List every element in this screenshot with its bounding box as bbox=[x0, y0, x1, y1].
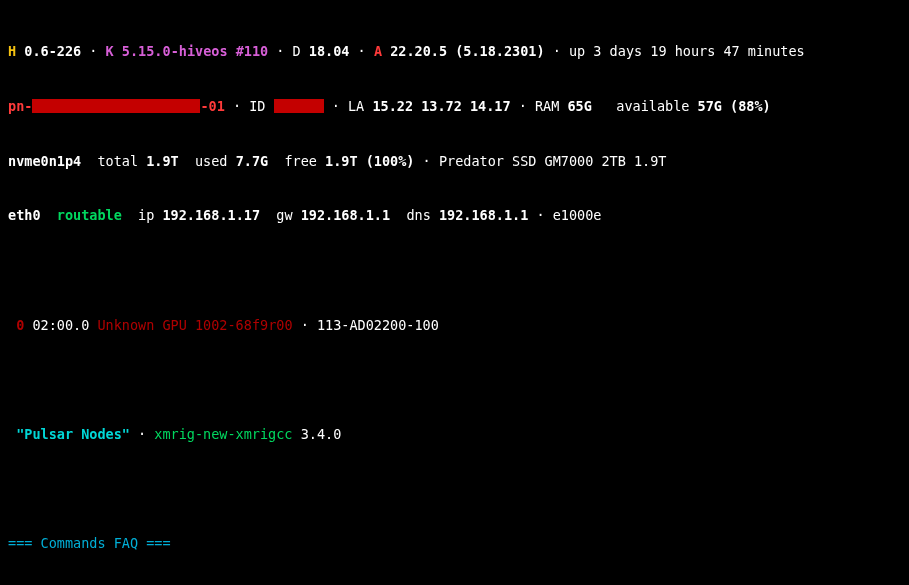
sysinfo-disk: nvme0n1p4 total 1.9T used 7.7G free 1.9T… bbox=[8, 152, 901, 170]
net-ip: 192.168.1.17 bbox=[162, 207, 260, 223]
redacted-id bbox=[274, 99, 324, 113]
net-interface: eth0 bbox=[8, 207, 41, 223]
disk-model: Predator SSD GM7000 2TB 1.9T bbox=[439, 153, 667, 169]
spacer-2 bbox=[8, 370, 901, 388]
gpu-index: 0 bbox=[16, 317, 32, 333]
hive-version: 0.6-226 bbox=[24, 43, 81, 59]
miner-name: xmrig-new-xmrigcc bbox=[154, 426, 292, 442]
ram-total: 65G bbox=[567, 98, 591, 114]
label-RAM: RAM bbox=[535, 98, 559, 114]
farm-line: "Pulsar Nodes" · xmrig-new-xmrigcc 3.4.0 bbox=[8, 425, 901, 443]
spacer-3 bbox=[8, 480, 901, 498]
net-driver: e1000e bbox=[553, 207, 602, 223]
net-gw: 192.168.1.1 bbox=[301, 207, 390, 223]
label-ID: ID bbox=[249, 98, 265, 114]
net-dns: 192.168.1.1 bbox=[439, 207, 528, 223]
label-H: H bbox=[8, 43, 16, 59]
net-state: routable bbox=[57, 207, 122, 223]
loadavg: 15.22 13.72 14.17 bbox=[372, 98, 510, 114]
sysinfo-line1: H 0.6-226 · K 5.15.0-hiveos #110 · D 18.… bbox=[8, 42, 901, 60]
label-available: available bbox=[616, 98, 689, 114]
ram-available: 57G (88%) bbox=[698, 98, 771, 114]
sysinfo-net: eth0 routable ip 192.168.1.17 gw 192.168… bbox=[8, 206, 901, 224]
kernel-version: 5.15.0-hiveos #110 bbox=[122, 43, 268, 59]
amd-version: 22.20.5 (5.18.2301) bbox=[390, 43, 544, 59]
hostname-suffix: -01 bbox=[200, 98, 224, 114]
gpu-bus: 02:00.0 bbox=[32, 317, 89, 333]
uptime: up 3 days 19 hours 47 minutes bbox=[569, 43, 805, 59]
gpu-bios: 113-AD02200-100 bbox=[317, 317, 439, 333]
gpu-line: 0 02:00.0 Unknown GPU 1002-68f9r00 · 113… bbox=[8, 316, 901, 334]
sysinfo-line2: pn--01 · ID · LA 15.22 13.72 14.17 · RAM… bbox=[8, 97, 901, 115]
label-LA: LA bbox=[348, 98, 364, 114]
disk-device: nvme0n1p4 bbox=[8, 153, 81, 169]
spacer-1 bbox=[8, 261, 901, 279]
redacted-hostname bbox=[32, 99, 200, 113]
farm-name: "Pulsar Nodes" bbox=[16, 426, 130, 442]
distro-version: 18.04 bbox=[309, 43, 350, 59]
miner-version: 3.4.0 bbox=[301, 426, 342, 442]
label-A: A bbox=[374, 43, 382, 59]
gpu-name: Unknown GPU 1002-68f9r00 bbox=[97, 317, 292, 333]
hostname-prefix: pn- bbox=[8, 98, 32, 114]
label-D: D bbox=[293, 43, 301, 59]
faq-title: === Commands FAQ === bbox=[8, 534, 901, 552]
label-K: K bbox=[106, 43, 114, 59]
terminal[interactable]: H 0.6-226 · K 5.15.0-hiveos #110 · D 18.… bbox=[0, 0, 909, 585]
